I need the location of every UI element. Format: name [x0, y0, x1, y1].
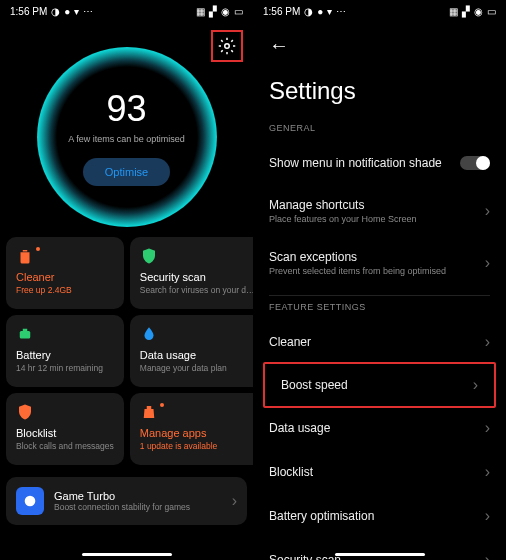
notif-dot-icon: ●	[317, 6, 323, 17]
row-subtitle: Prevent selected items from being optimi…	[269, 266, 485, 276]
score-ring: 93 A few items can be optimised Optimise	[37, 47, 217, 227]
section-general-label: GENERAL	[253, 123, 506, 141]
card-cleaner[interactable]: Cleaner Free up 2.4GB	[6, 237, 124, 309]
svg-rect-1	[20, 331, 31, 339]
row-title: Blocklist	[269, 465, 485, 479]
settings-screen: 1:56 PM ◑ ● ▾ ⋯ ▦ ▞ ◉ ▭ ← Settings GENER…	[253, 0, 506, 560]
row-subtitle: Place features on your Home Screen	[269, 214, 485, 224]
settings-gear-button[interactable]	[211, 30, 243, 62]
card-subtitle: Manage your data plan	[140, 363, 253, 373]
water-drop-icon	[140, 325, 158, 343]
battery-icon: ▭	[234, 6, 243, 17]
back-button[interactable]: ←	[253, 22, 506, 69]
chevron-right-icon: ›	[485, 507, 490, 525]
row-cleaner[interactable]: Cleaner ›	[253, 320, 506, 364]
feature-grid: Cleaner Free up 2.4GB Security scan Sear…	[0, 231, 253, 471]
whatsapp-icon: ◑	[51, 6, 60, 17]
chevron-right-icon: ›	[485, 551, 490, 560]
more-icon: ⋯	[336, 6, 346, 17]
statusbar: 1:56 PM ◑ ● ▾ ⋯ ▦ ▞ ◉ ▭	[0, 0, 253, 22]
row-title: Battery optimisation	[269, 509, 485, 523]
row-security-scan[interactable]: Security scan ›	[253, 538, 506, 560]
card-title: Security scan	[140, 271, 253, 283]
row-blocklist[interactable]: Blocklist ›	[253, 450, 506, 494]
row-title: Data usage	[269, 421, 485, 435]
card-security-scan[interactable]: Security scan Search for viruses on your…	[130, 237, 253, 309]
row-data-usage[interactable]: Data usage ›	[253, 406, 506, 450]
score-subtitle: A few items can be optimised	[68, 134, 185, 144]
card-subtitle: 1 update is available	[140, 441, 253, 451]
row-title: Cleaner	[269, 335, 485, 349]
card-title: Cleaner	[16, 271, 114, 283]
row-title: Boost speed	[281, 378, 473, 392]
card-title: Manage apps	[140, 427, 253, 439]
chevron-right-icon: ›	[485, 333, 490, 351]
toggle-switch[interactable]	[460, 156, 490, 170]
battery-icon: ▭	[487, 6, 496, 17]
alert-dot-icon	[160, 403, 164, 407]
volte-icon: ▦	[449, 6, 458, 17]
section-feature-label: FEATURE SETTINGS	[253, 302, 506, 320]
home-indicator[interactable]	[335, 553, 425, 556]
arrow-left-icon: ←	[269, 34, 289, 56]
statusbar: 1:56 PM ◑ ● ▾ ⋯ ▦ ▞ ◉ ▭	[253, 0, 506, 22]
signal-icon: ▞	[209, 6, 217, 17]
gear-icon	[218, 37, 236, 55]
svg-rect-2	[23, 329, 28, 331]
trash-icon	[16, 247, 34, 265]
row-title: Show menu in notification shade	[269, 156, 460, 170]
svg-point-3	[25, 496, 36, 507]
wifi-icon: ◉	[474, 6, 483, 17]
whatsapp-icon: ◑	[304, 6, 313, 17]
notif-dot-icon: ▾	[74, 6, 79, 17]
chevron-right-icon: ›	[232, 492, 237, 510]
row-battery-optimisation[interactable]: Battery optimisation ›	[253, 494, 506, 538]
game-turbo-icon	[16, 487, 44, 515]
row-manage-shortcuts[interactable]: Manage shortcuts Place features on your …	[253, 185, 506, 237]
wifi-icon: ◉	[221, 6, 230, 17]
card-data-usage[interactable]: Data usage Manage your data plan	[130, 315, 253, 387]
row-title: Scan exceptions	[269, 250, 485, 264]
chevron-right-icon: ›	[485, 254, 490, 272]
optimise-button[interactable]: Optimise	[83, 158, 170, 186]
chevron-right-icon: ›	[485, 419, 490, 437]
notif-dot-icon: ▾	[327, 6, 332, 17]
chevron-right-icon: ›	[485, 202, 490, 220]
card-subtitle: Block calls and messages	[16, 441, 114, 451]
card-manage-apps[interactable]: Manage apps 1 update is available	[130, 393, 253, 465]
card-subtitle: Search for viruses on your d…	[140, 285, 253, 295]
row-boost-speed[interactable]: Boost speed ›	[263, 362, 496, 408]
notif-dot-icon: ●	[64, 6, 70, 17]
signal-icon: ▞	[462, 6, 470, 17]
more-icon: ⋯	[83, 6, 93, 17]
security-app-screen: 1:56 PM ◑ ● ▾ ⋯ ▦ ▞ ◉ ▭ 93 A few items c…	[0, 0, 253, 560]
bag-icon	[140, 403, 158, 421]
banner-title: Game Turbo	[54, 490, 222, 502]
row-title: Manage shortcuts	[269, 198, 485, 212]
banner-subtitle: Boost connection stability for games	[54, 502, 222, 512]
status-time: 1:56 PM	[10, 6, 47, 17]
home-indicator[interactable]	[82, 553, 172, 556]
card-blocklist[interactable]: Blocklist Block calls and messages	[6, 393, 124, 465]
volte-icon: ▦	[196, 6, 205, 17]
row-notification-shade[interactable]: Show menu in notification shade	[253, 141, 506, 185]
divider	[269, 295, 490, 296]
card-title: Battery	[16, 349, 114, 361]
shield-icon	[16, 403, 34, 421]
alert-dot-icon	[36, 247, 40, 251]
page-title: Settings	[253, 69, 506, 123]
svg-point-0	[225, 44, 230, 49]
card-subtitle: Free up 2.4GB	[16, 285, 114, 295]
card-title: Blocklist	[16, 427, 114, 439]
row-scan-exceptions[interactable]: Scan exceptions Prevent selected items f…	[253, 237, 506, 289]
security-score: 93	[106, 88, 146, 130]
card-battery[interactable]: Battery 14 hr 12 min remaining	[6, 315, 124, 387]
chevron-right-icon: ›	[485, 463, 490, 481]
game-turbo-banner[interactable]: Game Turbo Boost connection stability fo…	[6, 477, 247, 525]
shield-check-icon	[140, 247, 158, 265]
battery-icon	[16, 325, 34, 343]
status-time: 1:56 PM	[263, 6, 300, 17]
card-title: Data usage	[140, 349, 253, 361]
card-subtitle: 14 hr 12 min remaining	[16, 363, 114, 373]
chevron-right-icon: ›	[473, 376, 478, 394]
